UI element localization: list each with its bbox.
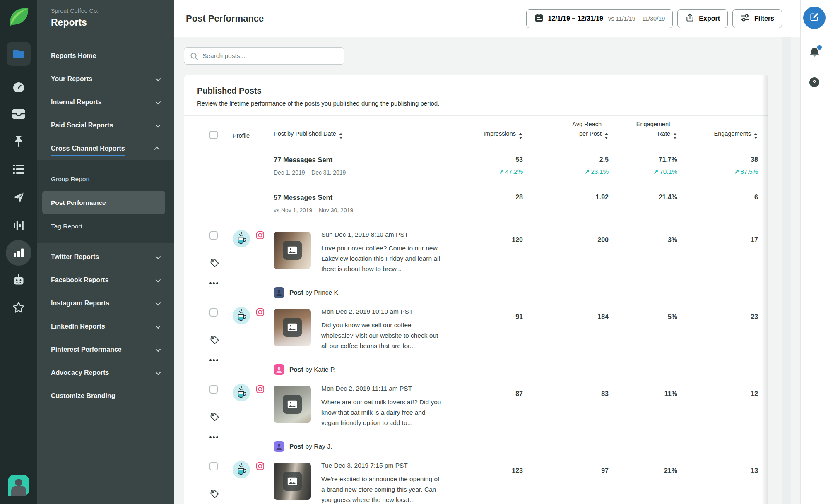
summary-subtitle: Dec 1, 2019 – Dec 31, 2019 [274,169,456,176]
instagram-icon [256,462,265,472]
instagram-icon [256,385,265,395]
column-header-post[interactable]: Post by Published Date [274,130,336,139]
chevron-down-icon [156,254,161,259]
avg-reach-delta: ↗23.1% [523,168,609,175]
post-author: by Ray J. [306,443,332,450]
listening-waveform-icon[interactable] [12,219,25,232]
sort-icon[interactable] [518,132,523,139]
summary-row-current: 77 Messages Sent Dec 1, 2019 – Dec 31, 2… [184,147,768,185]
instagram-icon [256,308,265,318]
engagements-value: 17 [677,236,758,244]
chevron-down-icon [156,346,161,352]
column-header-impressions[interactable]: Impressions [484,130,516,139]
page-title: Post Performance [186,13,264,24]
sidebar-item-tag-report[interactable]: Tag Report [37,214,174,238]
sidebar-item-facebook-reports[interactable]: Facebook Reports [37,269,174,292]
trend-up-icon: ↗ [734,168,739,175]
search-input[interactable] [184,48,344,64]
chevron-down-icon [156,300,161,305]
sidebar-item-instagram-reports[interactable]: Instagram Reports [37,292,174,315]
more-options-button[interactable] [209,434,218,440]
notification-dot-badge [817,45,822,50]
tag-icon[interactable] [209,258,220,270]
sidebar-item-paid-social-reports[interactable]: Paid Social Reports [37,114,174,137]
column-header-engagement-rate[interactable]: Rate [657,130,670,139]
tasks-list-icon[interactable] [12,164,25,175]
sidebar-item-advocacy-reports[interactable]: Advocacy Reports [37,361,174,384]
engagements-delta: ↗87.5% [677,168,758,175]
row-checkbox[interactable] [209,462,218,470]
sort-icon[interactable] [604,132,609,139]
column-header-engagements[interactable]: Engagements [714,130,751,139]
post-row: Mon Dec 2, 2019 11:11 am PST Where are o… [184,377,768,454]
export-button[interactable]: Export [677,9,728,28]
select-all-checkbox[interactable] [209,131,218,139]
tag-icon[interactable] [209,335,220,347]
engagement-rate-delta: ↗70.1% [609,168,677,175]
filters-button[interactable]: Filters [732,9,782,28]
card-description: Review the lifetime performance of the p… [197,100,755,107]
publishing-plane-icon[interactable] [12,191,25,204]
notifications-button[interactable] [809,46,820,60]
summary-title: 57 Messages Sent [274,194,456,202]
sidebar-item-reports-home[interactable]: Reports Home [37,44,174,67]
reviews-star-icon[interactable] [12,301,25,313]
post-row: Sun Dec 1, 2019 8:10 am PST Love pour ov… [184,223,768,300]
date-range-button[interactable]: 12/1/19 – 12/31/19 vs 11/1/19 – 11/30/19 [526,9,673,28]
chevron-down-icon [156,122,161,127]
sidebar-item-pinterest-performance[interactable]: Pinterest Performance [37,338,174,361]
avg-reach-total: 1.92 [523,194,609,201]
sort-icon[interactable] [339,132,343,139]
chevron-down-icon [156,277,161,282]
bot-assistant-icon[interactable] [12,274,25,286]
sidebar-item-cross-channel-reports[interactable]: Cross-Channel Reports [37,137,174,160]
sidebar-item-your-reports[interactable]: Your Reports [37,67,174,91]
help-button[interactable]: ? [809,77,819,87]
post-type-label: Post [289,443,303,450]
sidebar-item-post-performance[interactable]: Post Performance [42,191,165,214]
post-thumbnail[interactable] [274,232,311,269]
more-options-button[interactable] [209,281,218,286]
sidebar-item-twitter-reports[interactable]: Twitter Reports [37,245,174,269]
sidebar-item-customize-branding[interactable]: Customize Branding [37,384,174,408]
summary-subtitle: vs Nov 1, 2019 – Nov 30, 2019 [274,207,456,214]
chevron-down-icon [156,323,161,329]
avg-reach-value: 83 [523,390,609,398]
post-type-label: Post [289,366,303,373]
analytics-bar-chart-icon[interactable] [6,240,31,266]
column-header-profile[interactable]: Profile [233,132,250,141]
impressions-delta: ↗47.2% [456,168,523,175]
row-checkbox[interactable] [209,231,218,240]
sidebar-title: Reports [51,17,174,28]
chevron-down-icon [156,370,161,375]
sort-icon[interactable] [753,132,758,139]
compose-button[interactable] [803,7,826,29]
sidebar-item-internal-reports[interactable]: Internal Reports [37,91,174,114]
more-options-button[interactable] [209,358,218,363]
tag-icon[interactable] [209,412,220,424]
row-checkbox[interactable] [209,385,218,394]
impressions-value: 120 [456,236,523,244]
post-thumbnail[interactable] [274,463,311,500]
date-comparison-value: vs 11/1/19 – 11/30/19 [608,15,665,22]
pinned-icon[interactable] [13,135,24,148]
user-avatar[interactable] [8,475,29,496]
sidebar-item-linkedin-reports[interactable]: LinkedIn Reports [37,315,174,338]
column-header-avg-reach[interactable]: per Post [579,130,602,139]
chevron-down-icon [156,99,161,104]
post-thumbnail[interactable] [274,309,311,346]
performance-gauge-icon[interactable] [12,81,25,94]
avg-reach-value: 184 [523,313,609,321]
image-overlay-icon [283,318,302,337]
reports-folder-icon[interactable] [7,42,31,66]
smart-inbox-icon[interactable] [12,108,25,120]
sidebar-item-group-report[interactable]: Group Report [37,167,174,191]
sort-icon[interactable] [673,132,677,139]
post-thumbnail[interactable] [274,386,311,423]
row-checkbox[interactable] [209,308,218,317]
profile-avatar-coffee-icon [233,461,250,480]
tag-icon[interactable] [209,489,220,501]
main-content: Post Performance 12/1/19 – 12/31/19 vs 1… [174,0,800,504]
post-author: by Katie P. [306,366,336,373]
app-icon-rail [0,0,37,504]
